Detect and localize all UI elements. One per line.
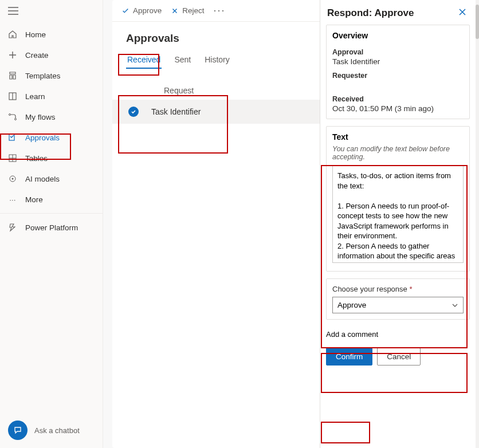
- plus-icon: [8, 50, 17, 60]
- requester-value: [332, 81, 464, 89]
- tab-sent[interactable]: Sent: [173, 52, 192, 69]
- close-icon: [458, 8, 466, 16]
- ai-icon: [8, 174, 17, 183]
- svg-point-6: [12, 178, 14, 180]
- check-icon: [121, 7, 129, 15]
- svg-point-1: [9, 114, 11, 116]
- home-icon: [8, 30, 17, 39]
- text-heading: Text: [332, 132, 464, 142]
- x-icon: [171, 7, 179, 15]
- scrollbar-track: [476, 0, 479, 448]
- reject-action[interactable]: Reject: [171, 6, 204, 15]
- sidebar-item-templates[interactable]: Templates: [0, 65, 103, 86]
- sidebar-item-label: AI models: [25, 175, 60, 183]
- close-button[interactable]: [456, 6, 469, 20]
- tab-received[interactable]: Received: [126, 52, 162, 69]
- sidebar-item-label: Learn: [25, 92, 45, 101]
- text-input[interactable]: [332, 166, 464, 263]
- row-selected-icon: [128, 107, 139, 117]
- sidebar-item-home[interactable]: Home: [0, 24, 103, 45]
- more-icon: ···: [8, 195, 17, 204]
- sidebar-item-label: More: [25, 195, 43, 204]
- template-icon: [8, 71, 17, 80]
- respond-panel: Respond: Approve Overview Approval Task …: [320, 0, 476, 448]
- text-box: Text You can modify the text below befor…: [326, 126, 470, 272]
- confirm-button[interactable]: Confirm: [326, 348, 372, 366]
- powerplatform-icon: [8, 223, 17, 232]
- sidebar-item-label: My flows: [25, 113, 56, 121]
- flow-icon: [8, 112, 17, 121]
- response-label: Choose your response *: [332, 285, 464, 293]
- approvals-icon: [8, 133, 17, 142]
- response-value: Approve: [337, 301, 366, 309]
- grid-icon: [8, 154, 17, 163]
- overview-box: Overview Approval Task Identifier Reques…: [326, 25, 470, 119]
- more-actions[interactable]: ···: [214, 5, 226, 17]
- sidebar: Home Create Templates Learn My flows App…: [0, 0, 103, 448]
- sidebar-item-label: Create: [25, 51, 49, 60]
- cancel-button[interactable]: Cancel: [377, 348, 421, 366]
- sidebar-item-myflows[interactable]: My flows: [0, 107, 103, 127]
- sidebar-item-learn[interactable]: Learn: [0, 86, 103, 107]
- reject-action-label: Reject: [182, 6, 204, 15]
- sidebar-item-powerplatform[interactable]: Power Platform: [0, 217, 103, 238]
- comment-label: Add a comment: [326, 330, 470, 339]
- tab-history[interactable]: History: [203, 52, 231, 69]
- sidebar-item-label: Tables: [25, 154, 48, 163]
- svg-point-2: [15, 119, 17, 120]
- sidebar-item-more[interactable]: ··· More: [0, 189, 103, 210]
- sidebar-item-create[interactable]: Create: [0, 45, 103, 65]
- approve-action-label: Approve: [133, 6, 162, 15]
- sidebar-item-label: Templates: [25, 72, 61, 80]
- row-title: Task Identifier: [151, 107, 201, 116]
- response-select[interactable]: Approve: [332, 297, 464, 313]
- chevron-down-icon: [451, 302, 458, 309]
- requester-label: Requester: [332, 72, 464, 80]
- sidebar-item-label: Approvals: [25, 133, 60, 142]
- scrollbar-thumb[interactable]: [476, 5, 479, 39]
- chatbot-icon: [8, 421, 28, 440]
- hamburger-icon: [8, 7, 18, 15]
- sidebar-item-aimodels[interactable]: AI models: [0, 168, 103, 189]
- hamburger-button[interactable]: [0, 0, 103, 24]
- overview-heading: Overview: [332, 31, 464, 40]
- received-value: Oct 30, 01:50 PM (3 min ago): [332, 104, 464, 113]
- book-icon: [8, 92, 17, 101]
- approval-label: Approval: [332, 48, 464, 56]
- nav-list: Home Create Templates Learn My flows App…: [0, 24, 103, 238]
- received-label: Received: [332, 95, 464, 103]
- sidebar-item-approvals[interactable]: Approvals: [0, 127, 103, 148]
- panel-title: Respond: Approve: [327, 7, 414, 19]
- text-hint: You can modify the text below before acc…: [332, 145, 464, 161]
- approve-action[interactable]: Approve: [121, 6, 162, 15]
- divider: [0, 213, 103, 214]
- panel-buttons: Confirm Cancel: [326, 348, 470, 366]
- chatbot-label: Ask a chatbot: [34, 426, 80, 435]
- sidebar-item-label: Power Platform: [25, 223, 78, 232]
- sidebar-chatbot[interactable]: Ask a chatbot: [0, 412, 103, 448]
- sidebar-item-tables[interactable]: Tables: [0, 148, 103, 168]
- response-box: Choose your response * Approve: [326, 278, 470, 320]
- sidebar-item-label: Home: [25, 30, 46, 39]
- approval-value: Task Identifier: [332, 57, 464, 66]
